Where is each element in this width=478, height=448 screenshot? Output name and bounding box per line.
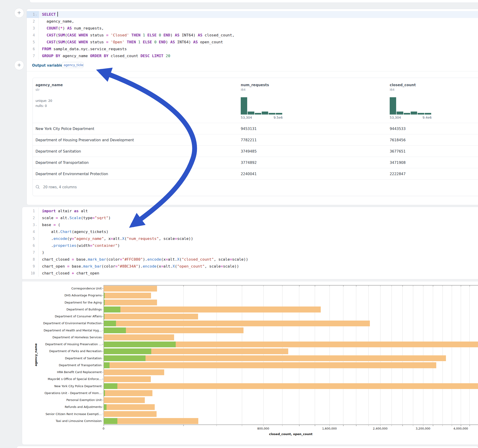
- open-count-bar: [104, 293, 105, 299]
- add-cell-button[interactable]: +: [14, 60, 24, 70]
- y-axis-label: Department for the Aging: [35, 301, 102, 304]
- closed-count-bar: [104, 306, 321, 312]
- table-row[interactable]: Department of Environmental Protection22…: [33, 168, 478, 180]
- python-line-3[interactable]: 3⌄base = (: [27, 221, 478, 228]
- open-count-bar: [104, 404, 107, 410]
- sql-editor[interactable]: 1⌄SELECT2 agency_name,3 COUNT(*) AS num_…: [27, 11, 478, 59]
- open-count-bar: [104, 418, 117, 424]
- x-axis-top-tick: [391, 285, 392, 286]
- python-editor[interactable]: 1import altair as alt2scale = alt.Scale(…: [27, 208, 478, 277]
- cell-agency-name: Department of Transportation: [36, 161, 89, 165]
- previous-cell-edge: [30, 0, 478, 3]
- closed-count-bar: [104, 376, 151, 382]
- sql-line-4[interactable]: 4 CAST(SUM(CASE WHEN status = 'Closed' T…: [27, 32, 478, 39]
- x-axis-tick-label: 0: [90, 427, 117, 430]
- y-axis-tick: [102, 309, 103, 310]
- line-number: 9: [27, 263, 39, 270]
- python-line-1[interactable]: 1import altair as alt: [27, 208, 478, 215]
- sql-line-3[interactable]: 3 COUNT(*) AS num_requests,: [27, 25, 478, 32]
- table-row[interactable]: Department of Transportation377489234719…: [33, 157, 478, 168]
- x-axis-top-tick: [282, 285, 283, 286]
- python-line-4[interactable]: 4 alt.Chart(agency_tickets): [27, 228, 478, 235]
- closed-count-bar: [104, 418, 198, 424]
- y-axis-tick: [102, 344, 103, 344]
- x-axis-tick: [263, 424, 264, 426]
- gridline: [391, 285, 392, 424]
- sql-line-6[interactable]: 6FROM sample_data.nyc.service_requests: [27, 46, 478, 53]
- y-axis-tick: [102, 337, 103, 338]
- sql-line-2[interactable]: 2 agency_name,: [27, 18, 478, 25]
- python-line-6[interactable]: 6 .properties(width="container"): [27, 242, 478, 249]
- sql-line-7[interactable]: 7GROUP BY agency_name ORDER BY closed_co…: [27, 53, 478, 59]
- x-axis-tick-label: 4,000,000: [447, 427, 475, 430]
- cell-agency-name: New York City Police Department: [36, 127, 94, 131]
- cell-agency-name: Department of Sanitation: [36, 149, 81, 154]
- y-axis-label: Department of Consumer Affairs: [35, 315, 102, 318]
- collapse-chevron-icon[interactable]: ⌄: [35, 11, 38, 18]
- column-header-closed_count[interactable]: closed_counti6453,3049.4e6: [390, 83, 459, 92]
- open-count-bar: [104, 342, 176, 347]
- line-number: 8: [27, 256, 39, 263]
- python-line-10[interactable]: 10chart_closed + chart_open: [27, 270, 478, 277]
- gridline: [263, 285, 264, 424]
- python-line-5[interactable]: 5 .encode(y="agency_name", x=alt.X("num_…: [27, 235, 478, 242]
- histogram-range-labels: 53,3049.5e6: [241, 116, 283, 119]
- y-axis-label: Department of Health and Mental Hyg…: [35, 329, 102, 332]
- cell-value: 3471908: [390, 161, 406, 165]
- closed-count-bar: [104, 369, 164, 375]
- cell-value: 3774892: [241, 161, 257, 165]
- closed-count-bar: [104, 314, 198, 319]
- code-line-text: CAST(SUM(CASE WHEN status = 'Closed' THE…: [39, 32, 234, 39]
- x-axis-tick: [299, 424, 300, 426]
- cell-value: 3749485: [241, 149, 257, 154]
- open-count-bar: [104, 314, 104, 319]
- cell-agency-name: Department of Housing Preservation and D…: [36, 138, 134, 142]
- code-line-text: FROM sample_data.nyc.service_requests: [39, 46, 127, 53]
- x-axis-tick: [423, 424, 424, 426]
- python-line-2[interactable]: 2scale = alt.Scale(type="sqrt"): [27, 215, 478, 221]
- column-header-num_requests[interactable]: num_requestsi6453,3049.5e6: [241, 83, 310, 92]
- x-axis-top-tick: [263, 285, 264, 286]
- y-axis-tick: [102, 386, 103, 386]
- histogram-bar: [396, 112, 403, 115]
- x-axis-top-tick: [433, 285, 433, 286]
- y-axis-tick: [102, 295, 103, 296]
- y-axis-tick: [102, 288, 103, 289]
- cell-value: 2240041: [241, 172, 257, 176]
- closed-count-bar: [104, 321, 370, 326]
- x-axis-top-tick: [368, 285, 369, 286]
- python-line-7[interactable]: 7): [27, 249, 478, 256]
- python-line-9[interactable]: 9chart_open = base.mark_bar(color="#8BC3…: [27, 263, 478, 270]
- collapse-chevron-icon[interactable]: ⌄: [35, 221, 38, 228]
- x-axis-top-tick: [315, 285, 315, 286]
- histogram-bar: [425, 113, 431, 115]
- table-row[interactable]: Department of Sanitation37494853677651: [33, 145, 478, 157]
- open-count-bar: [104, 306, 120, 312]
- code-line-text: agency_name,: [39, 18, 74, 25]
- line-number: 3⌄: [27, 221, 39, 228]
- line-number: 2: [27, 215, 39, 221]
- x-axis-tick: [433, 424, 433, 426]
- column-header-agency_name[interactable]: agency_namestrunique: 20nulls: 0: [36, 83, 105, 92]
- x-axis-tick: [329, 424, 330, 426]
- python-line-8[interactable]: 8chart_closed = base.mark_bar(color="#FF…: [27, 256, 478, 263]
- code-line-text: scale = alt.Scale(type="sqrt"): [39, 215, 111, 221]
- table-row[interactable]: New York City Police Department945313194…: [33, 123, 478, 134]
- output-variable-pill[interactable]: agency_tickets: [62, 62, 83, 68]
- cell-value: 9453131: [241, 127, 257, 131]
- x-axis-tick: [391, 424, 392, 426]
- sql-line-1[interactable]: 1⌄SELECT: [27, 11, 478, 18]
- closed-count-bar: [104, 300, 157, 305]
- x-axis-tick: [242, 424, 242, 426]
- search-icon[interactable]: [36, 185, 40, 190]
- y-axis-tick: [102, 365, 103, 366]
- sql-line-5[interactable]: 5 CAST(SUM(CASE WHEN status = 'Open' THE…: [27, 39, 478, 46]
- gridline: [282, 285, 283, 424]
- table-row[interactable]: Department of Housing Preservation and D…: [33, 134, 478, 146]
- notebook-canvas: + + 1⌄SELECT2 agency_name,3 COUNT(*) AS …: [0, 0, 478, 448]
- add-cell-button[interactable]: +: [14, 8, 24, 18]
- y-axis-tick: [102, 330, 103, 331]
- x-axis-tick: [315, 424, 315, 426]
- x-axis-tick: [183, 424, 184, 426]
- cell-value: 9443533: [390, 127, 406, 131]
